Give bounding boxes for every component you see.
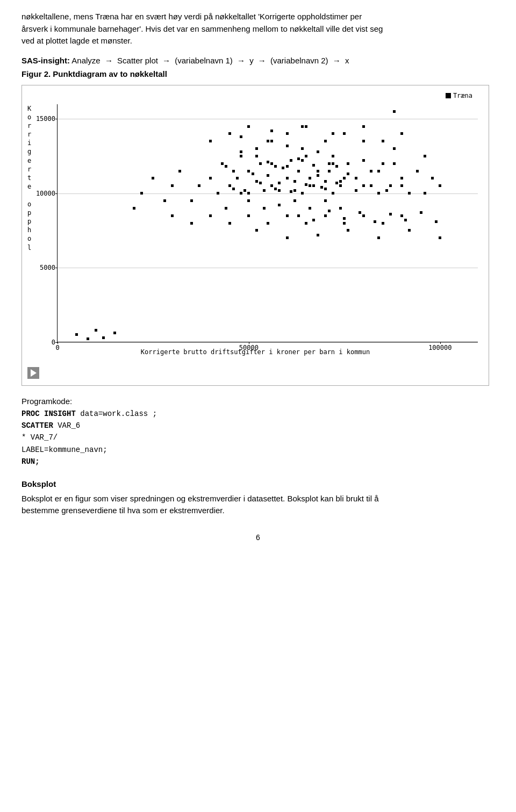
- data-point: [282, 167, 284, 169]
- data-point: [362, 184, 365, 187]
- data-point: [359, 211, 361, 214]
- data-point: [317, 150, 319, 153]
- data-point: [377, 192, 380, 195]
- code-line-2-rest: VAR_6: [53, 421, 80, 430]
- data-point: [247, 199, 250, 202]
- data-point: [435, 220, 438, 223]
- data-point: [332, 162, 334, 165]
- data-point: [362, 159, 365, 162]
- data-point: [393, 162, 396, 165]
- data-point: [163, 199, 166, 202]
- data-point: [270, 184, 273, 187]
- data-point: [240, 155, 242, 157]
- data-point: [393, 110, 396, 113]
- data-point: [355, 177, 357, 179]
- data-point: [312, 184, 315, 187]
- data-point: [328, 210, 331, 212]
- data-point: [247, 214, 250, 217]
- data-point: [362, 214, 365, 217]
- data-point: [328, 170, 331, 173]
- chart-plot-area: 050001000015000050000100000: [57, 104, 478, 342]
- data-point: [370, 184, 372, 187]
- data-point: [404, 219, 407, 221]
- programkode-title: Programkode:: [22, 397, 494, 406]
- data-point: [221, 162, 224, 165]
- boksplot-title: Boksplot: [22, 478, 494, 491]
- data-point: [408, 229, 411, 232]
- y-step: y: [249, 56, 254, 65]
- data-point: [332, 132, 334, 135]
- figure-title: Figur 2. Punktdiagram av to nøkkeltall: [22, 69, 494, 78]
- data-point: [228, 222, 231, 225]
- data-point: [286, 177, 289, 179]
- data-point: [286, 145, 289, 147]
- data-point: [209, 177, 212, 179]
- data-point: [263, 207, 266, 210]
- data-point: [133, 207, 135, 210]
- data-point: [209, 214, 212, 217]
- data-point: [439, 236, 441, 239]
- data-point: [332, 155, 334, 157]
- play-button[interactable]: [27, 367, 39, 379]
- data-point: [247, 125, 250, 128]
- data-point: [305, 125, 307, 128]
- boksplot-text: Boksplot er en figur som viser spredning…: [22, 493, 494, 517]
- x-axis-title: Korrigerte brutto driftsutgifter i krone…: [141, 348, 370, 356]
- analyze-step: Analyze: [71, 56, 100, 65]
- arrow-icon: →: [333, 56, 341, 65]
- arrow-icon: →: [105, 56, 113, 65]
- data-point: [420, 211, 422, 214]
- data-point: [343, 132, 346, 135]
- code-line-2-keyword: SCATTER: [22, 421, 53, 430]
- data-point: [113, 332, 116, 334]
- data-point: [335, 165, 338, 168]
- data-point: [362, 140, 365, 142]
- data-point: [293, 199, 296, 202]
- sas-insight-text: SAS-insight: Analyze → Scatter plot → (v…: [22, 56, 494, 65]
- data-point: [301, 192, 304, 195]
- data-point: [278, 182, 281, 184]
- data-point: [286, 165, 289, 168]
- data-point: [190, 222, 193, 225]
- data-point: [301, 159, 304, 162]
- data-point: [416, 170, 419, 173]
- scatter-step: Scatter plot: [117, 56, 158, 65]
- data-point: [190, 199, 193, 202]
- data-point: [309, 207, 311, 210]
- data-point: [317, 174, 319, 177]
- data-point: [171, 214, 174, 217]
- code-block: PROC INSIGHT data=work.class ; SCATTER V…: [22, 408, 494, 468]
- chart-legend: Træna: [446, 92, 472, 99]
- data-point: [324, 188, 327, 190]
- data-point: [274, 165, 277, 168]
- data-point: [290, 190, 292, 193]
- arrow-icon: →: [162, 56, 170, 65]
- data-point: [335, 182, 338, 184]
- intro-text: nøkkeltallene, mens Træna har en svært h…: [22, 11, 494, 47]
- data-point: [312, 164, 315, 167]
- data-point: [255, 180, 258, 183]
- data-point: [286, 132, 289, 135]
- var2-step: (variabelnavn 2): [270, 56, 328, 65]
- data-point: [293, 189, 296, 192]
- data-point: [424, 192, 426, 195]
- data-point: [240, 135, 242, 138]
- data-point: [305, 222, 307, 225]
- data-point: [324, 180, 327, 183]
- boksplot-section: Boksplot Boksplot er en figur som viser …: [22, 478, 494, 517]
- data-point: [270, 130, 273, 132]
- data-point: [152, 177, 154, 179]
- arrow-icon: →: [237, 56, 245, 65]
- data-point: [286, 236, 289, 239]
- data-point: [377, 170, 380, 173]
- data-point: [400, 214, 403, 217]
- data-point: [400, 177, 403, 179]
- data-point: [255, 147, 258, 150]
- data-point: [171, 184, 174, 187]
- data-point: [228, 184, 231, 187]
- legend-label: Træna: [453, 92, 472, 99]
- data-point: [140, 192, 143, 195]
- data-point: [312, 219, 315, 221]
- data-point: [243, 189, 246, 192]
- data-point: [225, 207, 227, 210]
